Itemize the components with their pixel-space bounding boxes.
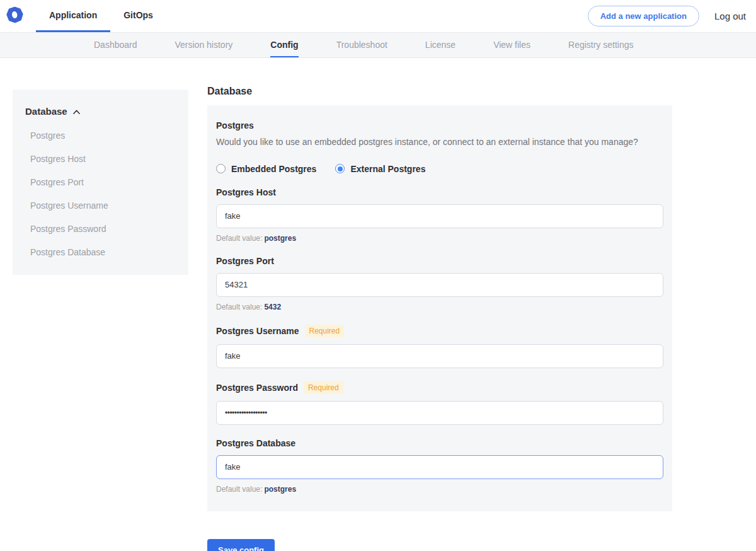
subnav-registry-settings[interactable]: Registry settings <box>568 33 633 57</box>
sidebar-group-label: Database <box>25 106 67 117</box>
postgres-host-input[interactable] <box>216 204 663 228</box>
sidebar-item-postgres-username[interactable]: Postgres Username <box>25 200 176 211</box>
default-value-helper: Default value:5432 <box>216 303 663 311</box>
tab-application[interactable]: Application <box>36 0 110 32</box>
sidebar-item-list: Postgres Postgres Host Postgres Port Pos… <box>25 130 176 257</box>
config-sidebar: Database Postgres Postgres Host Postgres… <box>13 90 188 275</box>
radio-circle-selected[interactable] <box>335 164 345 173</box>
save-config-button[interactable]: Save config <box>207 539 275 551</box>
config-main: Database Postgres Would you like to use … <box>207 86 672 551</box>
group-description: Would you like to use an embedded postgr… <box>216 136 663 149</box>
field-label: Postgres Username <box>216 326 299 336</box>
field-postgres-port: Postgres Port Default value:5432 <box>216 256 663 311</box>
config-page: Database Postgres Postgres Host Postgres… <box>0 58 756 551</box>
subnav-license[interactable]: License <box>425 33 455 57</box>
field-postgres-password: Postgres Password Required <box>216 381 663 425</box>
postgres-password-input[interactable] <box>216 401 663 425</box>
top-nav: Application GitOps Add a new application… <box>0 0 756 33</box>
database-config-panel: Postgres Would you like to use an embedd… <box>207 105 672 511</box>
top-tabs: Application GitOps <box>36 0 166 32</box>
page-title: Database <box>207 86 672 97</box>
required-badge: Required <box>305 325 345 337</box>
field-label: Postgres Port <box>216 256 274 266</box>
subnav-view-files[interactable]: View files <box>493 33 530 57</box>
sidebar-group-database[interactable]: Database <box>25 106 176 117</box>
field-label: Postgres Database <box>216 438 295 448</box>
logout-link[interactable]: Log out <box>714 11 746 21</box>
postgres-username-input[interactable] <box>216 344 663 368</box>
postgres-type-radio-group: Embedded Postgres External Postgres <box>216 164 663 174</box>
add-new-application-button[interactable]: Add a new application <box>588 6 699 26</box>
sidebar-item-postgres-host[interactable]: Postgres Host <box>25 154 176 164</box>
app-logo[interactable] <box>6 0 23 32</box>
field-label: Postgres Host <box>216 187 276 197</box>
required-badge: Required <box>304 381 343 394</box>
chevron-up-icon <box>72 106 81 117</box>
default-value-helper: Default value:postgres <box>216 234 663 243</box>
radio-embedded-postgres[interactable]: Embedded Postgres <box>216 164 316 174</box>
app-subnav: Dashboard Version history Config Trouble… <box>0 33 756 58</box>
subnav-version-history[interactable]: Version history <box>175 33 233 57</box>
field-label: Postgres Password <box>216 383 298 393</box>
radio-circle-unselected[interactable] <box>216 164 226 173</box>
sidebar-item-postgres-password[interactable]: Postgres Password <box>25 224 176 234</box>
default-value-helper: Default value:postgres <box>216 485 663 494</box>
sidebar-item-postgres[interactable]: Postgres <box>25 130 176 141</box>
radio-label: External Postgres <box>350 164 425 174</box>
radio-label: Embedded Postgres <box>231 164 316 174</box>
postgres-database-input[interactable] <box>216 455 663 479</box>
postgres-port-input[interactable] <box>216 273 663 297</box>
sidebar-item-postgres-database[interactable]: Postgres Database <box>25 247 176 257</box>
sidebar-item-postgres-port[interactable]: Postgres Port <box>25 177 176 187</box>
subnav-dashboard[interactable]: Dashboard <box>94 33 137 57</box>
subnav-troubleshoot[interactable]: Troubleshoot <box>336 33 387 57</box>
app-logo-icon <box>6 6 23 26</box>
subnav-config[interactable]: Config <box>270 33 298 57</box>
field-postgres-username: Postgres Username Required <box>216 325 663 368</box>
group-name: Postgres <box>216 120 663 130</box>
top-nav-right: Add a new application Log out <box>588 0 746 32</box>
field-postgres-host: Postgres Host Default value:postgres <box>216 187 663 243</box>
radio-external-postgres[interactable]: External Postgres <box>335 164 425 174</box>
tab-gitops[interactable]: GitOps <box>110 0 166 32</box>
field-postgres-database: Postgres Database Default value:postgres <box>216 438 663 494</box>
